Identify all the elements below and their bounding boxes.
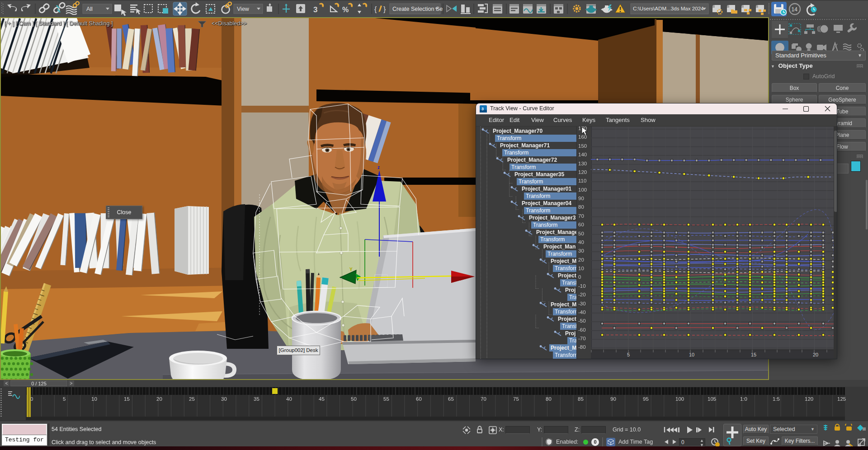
svg-text:100: 100 [675, 396, 684, 402]
svg-text:View: View [237, 6, 250, 12]
svg-text:50: 50 [351, 396, 357, 402]
svg-text:55: 55 [383, 396, 389, 402]
svg-text:5: 5 [63, 396, 66, 402]
svg-text:}: } [383, 5, 386, 13]
svg-text:95: 95 [643, 396, 649, 402]
svg-text:30: 30 [221, 396, 227, 402]
svg-text:C:\Users\ADM...3ds Max 2024: C:\Users\ADM...3ds Max 2024 [633, 5, 704, 11]
svg-text:{: { [374, 5, 377, 13]
svg-text:15: 15 [124, 396, 130, 402]
svg-text:35: 35 [254, 396, 259, 402]
svg-text:1:0: 1:0 [740, 396, 747, 402]
svg-text:Y: Y [349, 267, 353, 272]
svg-text:70: 70 [481, 396, 486, 402]
svg-text:14: 14 [792, 6, 798, 13]
svg-text:1:5: 1:5 [773, 396, 780, 402]
svg-text:125: 125 [837, 396, 846, 402]
svg-text:20: 20 [156, 396, 162, 402]
svg-text:120: 120 [805, 396, 813, 402]
svg-text:10: 10 [689, 352, 694, 357]
svg-text:65: 65 [448, 396, 454, 402]
svg-text:40: 40 [286, 396, 292, 402]
svg-text:Create Selection Se: Create Selection Se [392, 6, 443, 12]
svg-text:90: 90 [610, 396, 616, 402]
svg-text:25: 25 [189, 396, 195, 402]
svg-text:85: 85 [578, 396, 584, 402]
svg-text:All: All [86, 6, 93, 12]
svg-text:20: 20 [813, 352, 818, 357]
svg-text:105: 105 [708, 396, 716, 402]
svg-text:3: 3 [313, 5, 317, 14]
svg-text:45: 45 [319, 396, 325, 402]
svg-text:%: % [342, 6, 349, 14]
svg-text:75: 75 [513, 396, 519, 402]
svg-text:10: 10 [91, 396, 97, 402]
svg-text:60: 60 [416, 396, 422, 402]
svg-text:z: z [377, 165, 380, 170]
svg-text:80: 80 [546, 396, 552, 402]
svg-text:15: 15 [751, 352, 756, 357]
